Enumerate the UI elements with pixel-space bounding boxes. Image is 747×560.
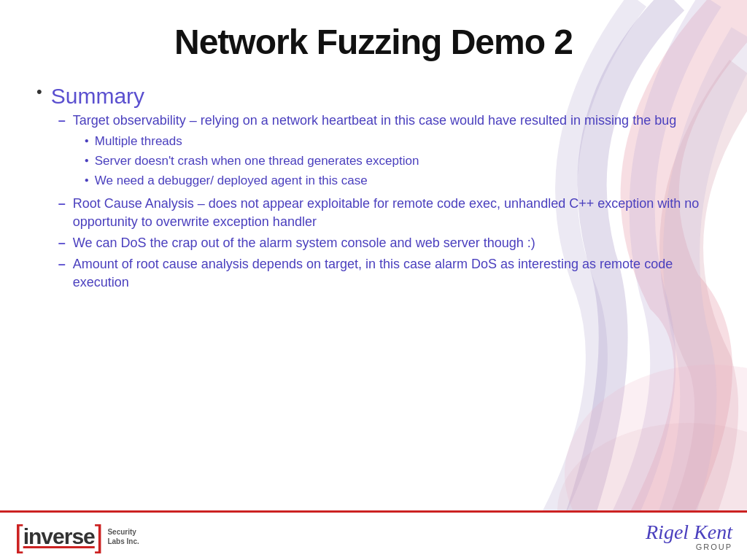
- rigel-kent-group: Group: [696, 542, 732, 551]
- sub-item-4-content: Amount of root cause analysis depends on…: [73, 255, 711, 292]
- footer-logo-right: Rigel Kent Group: [646, 522, 732, 551]
- sub-text-1: Target observability – relying on a netw…: [73, 113, 676, 128]
- slide-title: Network Fuzzing Demo 2: [36, 22, 711, 62]
- small-bullet-1: ●: [85, 136, 89, 144]
- summary-section: Summary – Target observability – relying…: [51, 84, 711, 295]
- bullet-sub-text-3: We need a debugger/ deployed agent in th…: [95, 172, 368, 190]
- slide-container: Network Fuzzing Demo 2 • Summary – Targe…: [0, 0, 747, 560]
- logo-sub-line2: Labs Inc.: [107, 537, 139, 546]
- dash-4: –: [58, 257, 66, 272]
- bullet-sub-list-1: ● Multiple threads ● Server doesn't cras…: [73, 133, 676, 189]
- main-bullet-summary: • Summary – Target observability – relyi…: [36, 84, 711, 295]
- sub-item-amount: – Amount of root cause analysis depends …: [58, 255, 711, 292]
- logo-sublabel: Security Labs Inc.: [107, 527, 139, 546]
- sub-text-4: Amount of root cause analysis depends on…: [73, 257, 673, 289]
- bullet-sub-item-1: ● Multiple threads: [85, 133, 676, 150]
- logo-sub-line1: Security: [107, 527, 139, 537]
- footer: [ inverse ] Security Labs Inc. Rigel Ken…: [0, 510, 747, 560]
- small-bullet-2: ●: [85, 156, 89, 164]
- sub-item-dos: – We can DoS the crap out of the alarm s…: [58, 234, 711, 252]
- bullet-sub-item-2: ● Server doesn't crash when one thread g…: [85, 152, 676, 170]
- sub-item-2-content: Root Cause Analysis – does not appear ex…: [73, 195, 711, 231]
- sub-item-3-content: We can DoS the crap out of the alarm sys…: [73, 234, 535, 252]
- rigel-kent-script: Rigel Kent: [646, 522, 732, 542]
- bullet-sub-text-2: Server doesn't crash when one thread gen…: [95, 152, 419, 170]
- bullet-sub-text-1: Multiple threads: [95, 133, 182, 150]
- sub-list: – Target observability – relying on a ne…: [51, 112, 711, 292]
- dash-3: –: [58, 236, 66, 251]
- logo-bracket-left: [: [15, 521, 23, 552]
- main-bullet-dot: •: [36, 82, 42, 101]
- summary-label: Summary: [51, 84, 144, 108]
- sub-item-1-content: Target observability – relying on a netw…: [73, 112, 676, 192]
- small-bullet-3: ●: [85, 176, 89, 184]
- logo-bracket-right: ]: [95, 521, 104, 552]
- dash-2: –: [58, 196, 66, 211]
- logo-text: inverse: [23, 524, 95, 549]
- sub-item-observability: – Target observability – relying on a ne…: [58, 112, 711, 192]
- main-list: • Summary – Target observability – relyi…: [36, 84, 711, 295]
- footer-logo-left: [ inverse ] Security Labs Inc.: [15, 521, 139, 552]
- sub-item-rca: – Root Cause Analysis – does not appear …: [58, 195, 711, 231]
- dash-1: –: [58, 113, 66, 128]
- sub-text-2: Root Cause Analysis – does not appear ex…: [73, 196, 700, 229]
- bullet-sub-item-3: ● We need a debugger/ deployed agent in …: [85, 172, 676, 190]
- content-area: Network Fuzzing Demo 2 • Summary – Targe…: [0, 0, 747, 359]
- sub-text-3: We can DoS the crap out of the alarm sys…: [73, 236, 535, 250]
